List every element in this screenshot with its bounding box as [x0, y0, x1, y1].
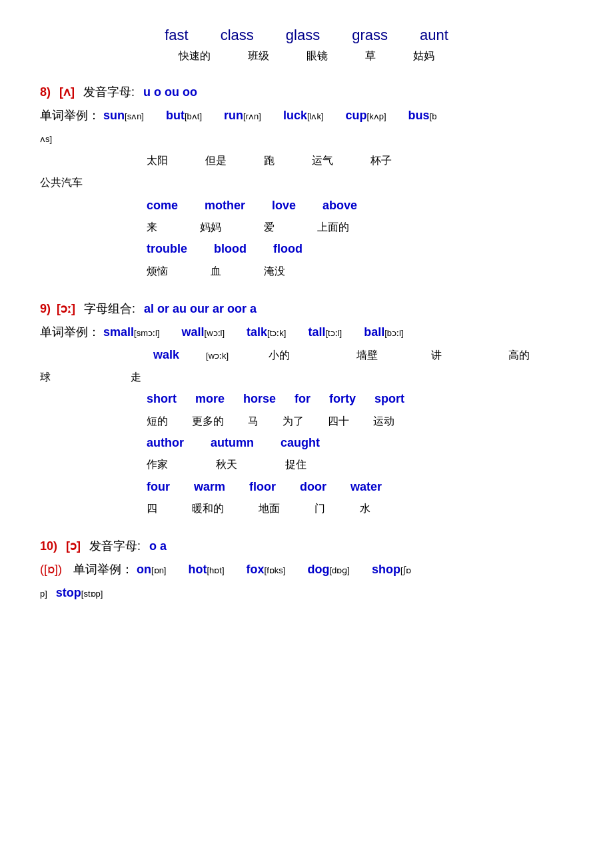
word-tall: tall [308, 325, 325, 339]
m-ball: 球 [40, 368, 51, 386]
section8-phoneme: [ʌ] [59, 85, 75, 99]
m-author: 作家 [147, 455, 168, 473]
word-blood: blood [214, 239, 247, 259]
section9-number: 9) [40, 302, 51, 315]
word-bus: bus [408, 109, 430, 122]
section10-examples-label: 单词举例： [73, 563, 133, 576]
section9-letters: al or au our ar oor a [144, 302, 257, 315]
section10-header: 10) [ɔ] 发音字母: o a [40, 536, 573, 557]
top-words-row: fast class glass grass aunt [40, 27, 573, 44]
word-run: run [224, 109, 243, 122]
phonetic-but: [bʌt] [185, 111, 202, 121]
word-floor: floor [249, 477, 276, 497]
word-autumn: autumn [211, 433, 254, 453]
section10-sub-phoneme: ([ɒ]) [40, 563, 62, 576]
m-love: 爱 [264, 218, 275, 236]
section-10: 10) [ɔ] 发音字母: o a ([ɒ]) 单词举例： on[ɒn] hot… [40, 536, 573, 603]
m-sun: 太阳 [147, 151, 168, 169]
m-autumn: 秋天 [216, 455, 237, 473]
section9-meanings3: 作家 秋天 捉住 [147, 455, 573, 473]
m-cup: 杯子 [370, 151, 392, 169]
section8-header: 8) [ʌ] 发音字母: u o ou oo [40, 82, 573, 103]
phonetic-run: [rʌn] [243, 111, 261, 121]
word-luck: luck [283, 109, 307, 122]
section8-meanings3: 烦恼 血 淹没 [147, 262, 573, 280]
m-four: 四 [147, 499, 157, 517]
m-run: 跑 [264, 151, 275, 169]
word-shop: shop [372, 563, 400, 576]
meaning-fast: 快速的 [179, 49, 211, 63]
section8-number: 8) [40, 85, 51, 99]
phonetic-bus-cont: ʌs] [40, 134, 52, 144]
word-hot: hot [189, 563, 207, 576]
meaning-grass: 草 [365, 49, 376, 63]
m-bus: 公共汽车 [40, 177, 83, 188]
word-aunt: aunt [420, 27, 448, 44]
section9-examples-line: 单词举例： small[smɔːl] wall[wɔːl] talk[tɔːk]… [40, 322, 573, 343]
word-water: water [350, 477, 382, 497]
word-come: come [147, 195, 178, 216]
section8-bus-line2: ʌs] [40, 128, 573, 149]
m-come: 来 [147, 218, 157, 236]
section9-words3: author autumn caught [147, 433, 573, 453]
m-sport: 运动 [373, 412, 394, 430]
section10-phoneme: [ɔ] [66, 539, 81, 553]
section9-walk-line: walk[wɔːk] 小的 墙壁 讲 高的 [153, 345, 573, 365]
phonetic-shop-cont: p] [40, 589, 47, 599]
word-for: for [295, 389, 310, 409]
word-walk: walk [153, 345, 179, 365]
m-mother: 妈妈 [200, 218, 221, 236]
section8-words3: trouble blood flood [147, 239, 573, 259]
m-luck: 运气 [312, 151, 333, 169]
word-horse: horse [243, 389, 276, 409]
m-but: 但是 [205, 151, 227, 169]
meaning-class: 班级 [248, 49, 269, 63]
section8-label: 发音字母: [83, 85, 135, 99]
word-author: author [147, 433, 184, 453]
word-short: short [147, 389, 177, 409]
phonetic-bus: [b [430, 111, 437, 121]
word-caught: caught [281, 433, 320, 453]
section9-ball-walk-zh: 球 走 [40, 368, 573, 386]
m-blood: 血 [211, 262, 221, 280]
m-small: 小的 [269, 346, 290, 364]
phonetic-cup: [kʌp] [367, 111, 386, 121]
section10-label: 发音字母: [89, 539, 141, 553]
word-sport: sport [374, 389, 404, 409]
top-section: fast class glass grass aunt 快速的 班级 眼镜 草 … [40, 27, 573, 63]
word-on: on [137, 563, 151, 576]
word-class: class [221, 27, 254, 44]
phonetic-sun: [sʌn] [125, 111, 144, 121]
word-fox: fox [247, 563, 265, 576]
meaning-glass: 眼镜 [306, 49, 328, 63]
word-grass: grass [352, 27, 388, 44]
section9-words2: short more horse for forty sport [147, 389, 573, 409]
section9-words4: four warm floor door water [147, 477, 573, 497]
m-above: 上面的 [317, 218, 349, 236]
m-wall: 墙壁 [356, 346, 378, 364]
m-caught: 捉住 [285, 455, 306, 473]
section9-meanings2: 短的 更多的 马 为了 四十 运动 [147, 412, 573, 430]
section8-letters: u o ou oo [143, 85, 197, 99]
m-talk: 讲 [431, 346, 442, 364]
m-water: 水 [360, 499, 370, 517]
word-above: above [322, 195, 357, 216]
word-forty: forty [329, 389, 356, 409]
section9-examples-label: 单词举例： [40, 325, 100, 339]
word-talk: talk [247, 325, 267, 339]
m-forty: 四十 [328, 412, 349, 430]
section8-bus-meaning: 公共汽车 [40, 172, 573, 193]
m-tall: 高的 [508, 346, 530, 364]
m-floor: 地面 [259, 499, 280, 517]
word-glass: glass [286, 27, 320, 44]
section8-meanings1: 太阳 但是 跑 运气 杯子 [147, 151, 573, 169]
word-more: more [195, 389, 225, 409]
word-mother: mother [205, 195, 245, 216]
m-trouble: 烦恼 [147, 262, 168, 280]
section9-phoneme: [ɔː] [57, 302, 75, 315]
m-door: 门 [314, 499, 325, 517]
section8-examples-line: 单词举例： sun[sʌn] but[bʌt] run[rʌn] luck[lʌ… [40, 105, 573, 126]
section8-words2: come mother love above [147, 195, 573, 216]
section10-letters: o a [149, 539, 167, 553]
m-walk: 走 [131, 368, 141, 386]
